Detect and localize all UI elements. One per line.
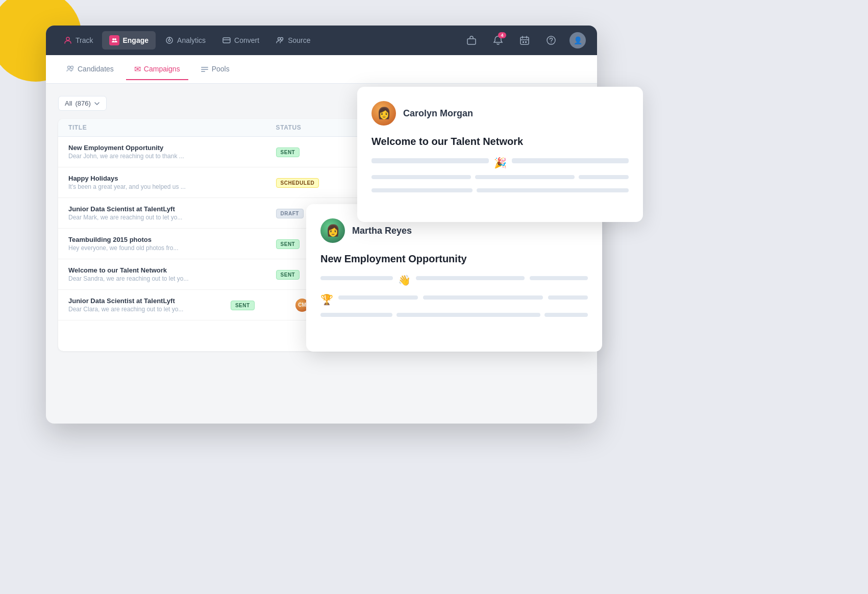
calendar-button[interactable] <box>515 31 534 50</box>
status-badge: SENT <box>231 301 255 310</box>
row-title: Junior Data Scientist at TalentLyft <box>68 297 231 305</box>
row-title-cell: Welcome to our Talent Network Dear Sandr… <box>68 266 276 282</box>
source-icon <box>276 36 285 45</box>
row-title-cell: New Employment Opportunity Dear John, we… <box>68 144 276 160</box>
email-content-line: 🎉 <box>371 157 629 169</box>
svg-point-9 <box>281 38 283 40</box>
row-title: Junior Data Scientist at TalentLyft <box>68 205 276 213</box>
status-badge: SENT <box>276 147 300 157</box>
celebration-emoji: 🎉 <box>494 157 507 169</box>
row-subtitle: Dear Mark, we are reaching out to let yo… <box>68 214 276 221</box>
topnav: Track Engage <box>46 26 597 55</box>
engage-label: Engage <box>122 36 148 44</box>
carolyn-name: Carolyn Morgan <box>403 108 473 119</box>
svg-rect-11 <box>520 37 529 44</box>
user-avatar-button[interactable]: 👤 <box>568 31 587 50</box>
svg-point-0 <box>66 37 69 40</box>
notification-button[interactable]: 4 <box>489 31 507 50</box>
notification-badge: 4 <box>498 32 506 38</box>
tab-candidates[interactable]: Candidates <box>58 60 122 79</box>
email-content-line-1: 👋 <box>320 274 588 286</box>
tab-campaigns[interactable]: ✉ Campaigns <box>126 59 188 80</box>
row-subtitle: Hey everyone, we found old photos fro... <box>68 244 276 252</box>
row-title: Teambuilding 2015 photos <box>68 236 276 243</box>
engage-icon <box>109 35 119 45</box>
svg-rect-22 <box>201 69 208 70</box>
convert-icon <box>222 36 231 45</box>
analytics-icon <box>165 36 174 45</box>
filter-count: (876) <box>75 100 90 107</box>
topnav-left: Track Engage <box>56 31 317 50</box>
nav-item-source[interactable]: Source <box>268 32 317 49</box>
track-icon <box>63 36 72 45</box>
nav-item-analytics[interactable]: Analytics <box>158 32 213 49</box>
row-title-cell: Teambuilding 2015 photos Hey everyone, w… <box>68 236 276 252</box>
user-avatar: 👤 <box>569 32 586 48</box>
chevron-down-icon <box>94 101 100 107</box>
svg-rect-16 <box>525 41 527 43</box>
svg-point-1 <box>112 38 114 40</box>
card-martha: 👩 Martha Reyes New Employment Opportunit… <box>306 204 602 352</box>
tab-pools[interactable]: Pools <box>192 60 238 79</box>
status-badge: SENT <box>276 270 300 280</box>
row-title-cell: Junior Data Scientist at TalentLyft Dear… <box>68 297 231 313</box>
svg-rect-21 <box>201 67 208 68</box>
row-title-cell: Happy Holidays It's been a great year, a… <box>68 175 276 190</box>
martha-subject: New Employment Opportunity <box>320 253 588 265</box>
row-status-cell: SENT <box>276 147 359 157</box>
status-badge: DRAFT <box>276 209 304 218</box>
status-badge: SCHEDULED <box>276 178 319 188</box>
tab-pools-label: Pools <box>212 65 230 73</box>
tab-candidates-label: Candidates <box>78 65 114 73</box>
analytics-label: Analytics <box>177 36 206 44</box>
col-title: Title <box>68 124 276 131</box>
trophy-emoji: 🏆 <box>320 293 333 306</box>
nav-item-convert[interactable]: Convert <box>215 32 266 49</box>
row-title: Welcome to our Talent Network <box>68 266 276 274</box>
track-label: Track <box>76 36 93 44</box>
campaigns-icon: ✉ <box>134 64 141 74</box>
status-badge: SENT <box>276 239 300 249</box>
filter-button[interactable]: All (876) <box>58 96 107 111</box>
svg-point-19 <box>68 66 70 69</box>
svg-rect-10 <box>467 39 476 44</box>
svg-point-18 <box>551 42 552 43</box>
svg-rect-15 <box>523 41 524 43</box>
svg-rect-6 <box>223 38 230 43</box>
briefcase-button[interactable] <box>462 31 481 50</box>
row-subtitle: It's been a great year, and you helped u… <box>68 183 276 190</box>
carolyn-subject: Welcome to our Talent Network <box>371 136 629 147</box>
skeleton-row <box>371 175 629 183</box>
row-title-cell: Junior Data Scientist at TalentLyft Dear… <box>68 205 276 221</box>
col-status: Status <box>276 124 359 131</box>
email-content-line-2: 🏆 <box>320 293 588 306</box>
topnav-right: 4 👤 <box>462 31 587 50</box>
card-carolyn: 👩 Carolyn Morgan Welcome to our Talent N… <box>357 87 643 222</box>
svg-rect-23 <box>201 71 205 72</box>
carolyn-avatar: 👩 <box>371 101 396 126</box>
nav-item-track[interactable]: Track <box>56 32 100 49</box>
svg-point-20 <box>71 66 73 69</box>
row-status-cell: SCHEDULED <box>276 178 359 188</box>
convert-label: Convert <box>234 36 259 44</box>
skeleton-row-3 <box>320 313 588 321</box>
row-status-cell: SENT <box>231 300 295 310</box>
source-label: Source <box>288 36 310 44</box>
tab-campaigns-label: Campaigns <box>144 65 180 73</box>
martha-name: Martha Reyes <box>352 226 412 236</box>
help-button[interactable] <box>542 31 560 50</box>
skeleton-row-2 <box>371 188 629 196</box>
wave-emoji: 👋 <box>398 274 411 286</box>
filter-label: All <box>65 100 72 107</box>
row-subtitle: Dear Sandra, we are reaching out to let … <box>68 275 276 282</box>
subtabs: Candidates ✉ Campaigns Pools <box>46 55 597 84</box>
nav-item-engage[interactable]: Engage <box>102 31 156 50</box>
row-title: New Employment Opportunity <box>68 144 276 152</box>
martha-avatar: 👩 <box>320 218 345 243</box>
svg-point-4 <box>168 39 170 41</box>
svg-point-2 <box>114 38 116 40</box>
row-subtitle: Dear John, we are reaching out to thank … <box>68 153 276 160</box>
card-sender-martha: 👩 Martha Reyes <box>320 218 588 243</box>
row-title: Happy Holidays <box>68 175 276 182</box>
row-subtitle: Dear Clara, we are reaching out to let y… <box>68 306 231 313</box>
